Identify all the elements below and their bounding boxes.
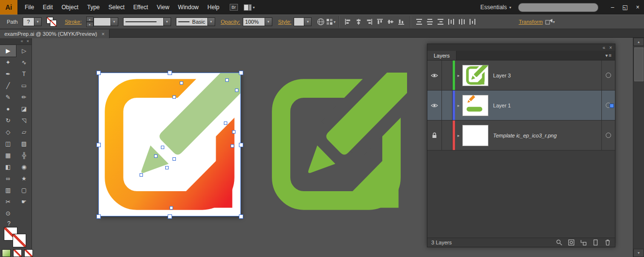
align-horizontal-center-icon[interactable] [353,16,364,27]
anchor-point[interactable] [154,154,157,158]
collapse-panel-icon[interactable]: « [21,39,23,44]
eraser-tool[interactable]: ◪ [16,103,32,115]
scroll-down-icon[interactable]: ▼ [633,249,644,257]
locate-object-icon[interactable] [556,239,563,246]
anchor-point[interactable] [170,206,173,210]
make-clipping-mask-icon[interactable] [568,239,575,246]
collapse-panel-icon[interactable]: « [603,45,606,50]
transform-panel-link[interactable]: Transform [518,19,543,25]
style-panel-link[interactable]: Style: [278,19,292,25]
none-swatch[interactable] [24,249,33,257]
pencil-tool[interactable]: ✏ [16,91,32,103]
layer-visibility-toggle[interactable] [427,60,442,90]
restore-button[interactable]: ◱ [619,0,631,15]
rectangle-tool[interactable]: ▭ [16,80,32,91]
chevron-down-icon[interactable]: ▾ [208,17,215,26]
distribute-right-icon[interactable] [467,16,478,27]
free-transform-tool[interactable]: ▱ [16,126,32,138]
align-horizontal-left-icon[interactable] [343,16,353,27]
workspace-switcher[interactable]: Essentials ▾ [480,4,511,11]
align-vertical-top-icon[interactable] [375,16,385,27]
menu-effect[interactable]: Effect [129,0,152,15]
layer-name[interactable]: Template ic_ep_ico3_r.png [493,133,557,138]
artboard-tool[interactable]: ▢ [16,184,32,196]
bounding-box-handle[interactable] [168,214,172,219]
anchor-point[interactable] [140,173,143,177]
edit-icon-artwork-green[interactable] [266,73,407,216]
layer-lock-toggle[interactable] [442,60,453,90]
paintbrush-tool[interactable]: ✎ [0,91,16,103]
expand-layer-icon[interactable]: ▸ [457,103,460,108]
gradient-swatch[interactable] [2,249,11,257]
bounding-box-handle[interactable] [96,214,101,219]
close-button[interactable]: × [631,0,644,15]
close-panel-icon[interactable]: × [609,45,612,50]
document-tab[interactable]: examPrep.ai @ 300% (CMYK/Preview) × [0,30,110,38]
scroll-up-icon[interactable]: ▲ [633,38,644,46]
chevron-down-icon[interactable]: ▾ [265,17,272,26]
layer-thumbnail[interactable] [462,125,488,146]
direct-selection-tool[interactable]: ▷ [16,45,32,57]
bounding-box-handle[interactable] [239,143,243,147]
stroke-panel-link[interactable]: Stroke: [65,19,82,25]
layer-name[interactable]: Layer 1 [493,103,511,108]
anchor-point[interactable] [232,130,236,134]
stroke-weight-control[interactable]: ▾ [94,17,118,26]
stepper-up-icon[interactable]: ▴ [86,16,94,22]
magic-wand-tool[interactable]: ✦ [0,57,16,68]
lasso-tool[interactable]: ∿ [16,57,32,68]
stroke-weight-stepper[interactable]: ▴ ▾ [86,16,94,27]
close-icon[interactable]: × [102,31,105,37]
expand-layer-icon[interactable]: ▸ [457,133,460,138]
anchor-point[interactable] [165,166,169,169]
align-horizontal-right-icon[interactable] [364,16,375,27]
shape-builder-tool[interactable]: ◫ [0,138,16,150]
selection-tool[interactable]: ▶ [0,45,16,57]
brush-definition-dropdown[interactable]: Basic ▾ [176,17,215,26]
search-box[interactable] [518,3,598,12]
delete-layer-icon[interactable] [604,239,611,246]
layer-row-layer-1[interactable]: ▸ Layer 1 [427,91,615,121]
document-setup-button[interactable] [315,16,326,27]
anchor-point[interactable] [161,146,164,149]
symbol-sprayer-tool[interactable]: ★ [16,173,32,184]
opacity-value[interactable]: 100% [243,17,265,26]
chevron-down-icon[interactable]: ▾ [34,17,42,26]
scale-tool[interactable]: ◹ [16,115,32,126]
bounding-box-handle[interactable] [239,71,243,75]
chevron-down-icon[interactable]: ▾ [164,17,171,26]
panel-menu-icon[interactable]: ▾ ≡ [605,51,615,60]
stroke-swatch-mini[interactable] [50,20,57,27]
anchor-point[interactable] [224,121,227,125]
scrollbar-thumb[interactable] [634,47,644,81]
stroke-weight-field[interactable] [94,17,111,26]
distribute-horizontal-center-icon[interactable] [456,16,467,27]
preferences-button[interactable]: ▾ [326,18,335,25]
live-paint-bucket-tool[interactable]: ▨ [16,138,32,150]
target-circle-icon[interactable] [606,73,611,78]
align-vertical-bottom-icon[interactable] [396,16,407,27]
opacity-control[interactable]: 100% ▾ [243,17,272,26]
layer-visibility-toggle[interactable] [427,91,442,120]
layer-name[interactable]: Layer 3 [493,73,511,78]
gradient-tool[interactable]: ◧ [0,161,16,173]
chevron-down-icon[interactable]: ▾ [304,17,312,26]
distribute-top-icon[interactable] [414,16,424,27]
anchor-point[interactable] [235,89,238,92]
none-swatch[interactable] [13,249,22,257]
rotate-tool[interactable]: ↻ [0,115,16,126]
width-tool[interactable]: ◇ [0,126,16,138]
pen-tool[interactable]: ✒ [0,68,16,80]
variable-width-profile-control[interactable]: ? ▾ [23,17,42,26]
bounding-box-handle[interactable] [96,143,101,147]
line-segment-tool[interactable]: ╱ [0,80,16,91]
blend-tool[interactable]: ∞ [0,173,16,184]
menu-object[interactable]: Object [57,0,83,15]
bounding-box-handle[interactable] [96,71,101,75]
layer-row-layer-3[interactable]: ▸ Layer 3 [427,60,615,91]
minimize-button[interactable]: – [606,0,619,15]
blob-brush-tool[interactable]: ● [0,103,16,115]
align-vertical-center-icon[interactable] [385,16,396,27]
layer-thumbnail[interactable] [462,65,488,86]
edit-icon-artwork-gradient[interactable] [98,73,241,216]
